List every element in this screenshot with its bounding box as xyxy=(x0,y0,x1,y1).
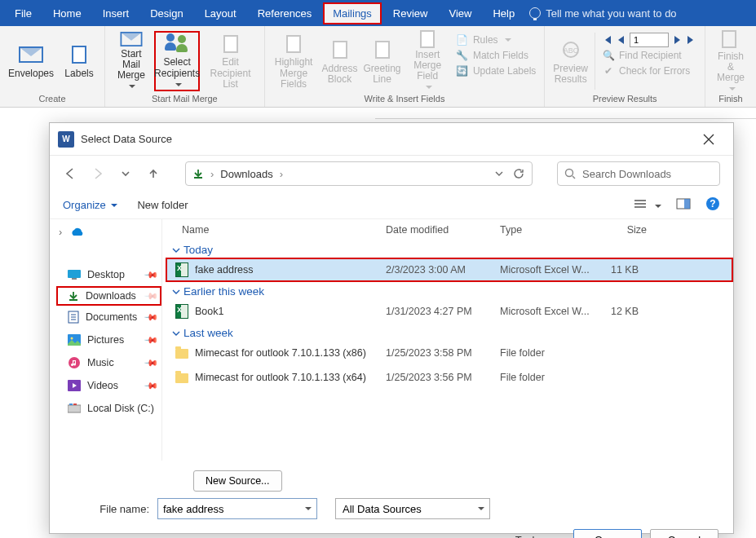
open-button[interactable]: Open xyxy=(573,529,642,538)
chevron-down-icon[interactable] xyxy=(494,169,504,179)
file-name: fake address xyxy=(195,264,254,276)
divider xyxy=(595,33,595,90)
pin-icon: 📌 xyxy=(143,288,158,303)
tab-file[interactable]: File xyxy=(5,2,42,24)
tab-references[interactable]: References xyxy=(248,2,321,24)
envelopes-label: Envelopes xyxy=(8,68,54,79)
forward-button[interactable] xyxy=(91,166,105,181)
nav-pictures[interactable]: Pictures📌 xyxy=(56,329,161,351)
col-name[interactable]: Name xyxy=(182,224,386,236)
labels-button[interactable]: Labels xyxy=(59,31,99,91)
mail-icon xyxy=(120,32,142,46)
documents-icon xyxy=(68,311,79,324)
recent-locations-dropdown[interactable] xyxy=(118,166,133,181)
prev-record-icon[interactable] xyxy=(617,35,625,45)
filter-dropdown[interactable] xyxy=(335,498,490,519)
nav-music[interactable]: Music📌 xyxy=(56,351,161,374)
select-recipients-button[interactable]: Select Recipients xyxy=(154,31,200,91)
up-button[interactable] xyxy=(146,166,161,181)
next-record-icon[interactable] xyxy=(674,35,682,45)
record-navigation xyxy=(599,33,700,47)
nav-local-disk[interactable]: Local Disk (C:) xyxy=(56,397,161,420)
dialog-toolbar: Organize New folder ? xyxy=(50,192,733,219)
check-errors-button[interactable]: ✔Check for Errors xyxy=(599,64,700,78)
insert-merge-field-button[interactable]: Insert Merge Field xyxy=(405,31,451,91)
start-mail-merge-button[interactable]: Start Mail Merge xyxy=(110,31,153,91)
address-block-button[interactable]: Address Block xyxy=(320,31,360,91)
tools-dropdown[interactable]: Tools xyxy=(515,534,554,539)
file-size: 12 KB xyxy=(598,306,639,317)
update-labels-button[interactable]: 🔄Update Labels xyxy=(453,64,539,78)
dialog-title-bar: W Select Data Source xyxy=(50,123,733,156)
svg-rect-15 xyxy=(68,405,81,412)
tab-home[interactable]: Home xyxy=(43,2,91,24)
group-lastweek[interactable]: Last week xyxy=(166,324,733,341)
nav-pictures-label: Pictures xyxy=(87,334,124,346)
music-icon xyxy=(68,356,81,369)
last-record-icon[interactable] xyxy=(687,35,696,45)
nav-videos[interactable]: Videos📌 xyxy=(56,374,161,397)
new-folder-button[interactable]: New folder xyxy=(137,199,188,211)
tab-layout[interactable]: Layout xyxy=(195,2,246,24)
match-fields-button[interactable]: 🔧Match Fields xyxy=(453,48,539,63)
nav-documents[interactable]: Documents📌 xyxy=(56,306,161,329)
tell-me-label: Tell me what you want to do xyxy=(546,7,676,20)
group-write-title: Write & Insert Fields xyxy=(365,93,445,105)
column-headers[interactable]: Name Date modified Type Size xyxy=(166,219,733,240)
file-fake-address[interactable]: fake address 2/3/2023 3:00 AM Microsoft … xyxy=(166,258,733,282)
tell-me[interactable]: Tell me what you want to do xyxy=(529,7,676,20)
file-type: File folder xyxy=(500,372,598,383)
edit-recipient-list-button[interactable]: Edit Recipient List xyxy=(201,31,259,91)
finish-merge-button[interactable]: Finish & Merge xyxy=(710,31,751,91)
nav-onedrive[interactable]: › xyxy=(50,219,161,245)
search-input[interactable]: Search Downloads xyxy=(557,161,720,186)
col-type[interactable]: Type xyxy=(500,224,598,236)
back-button[interactable] xyxy=(63,166,77,181)
file-book1[interactable]: Book1 1/31/2023 4:27 PM Microsoft Excel … xyxy=(166,299,733,324)
col-size[interactable]: Size xyxy=(598,224,647,236)
view-mode-dropdown[interactable] xyxy=(633,198,661,212)
file-mimecast-x86[interactable]: Mimecast for outlook 7.10.1.133 (x86) 1/… xyxy=(166,341,733,365)
help-button[interactable]: ? xyxy=(705,196,720,214)
highlight-merge-fields-button[interactable]: Highlight Merge Fields xyxy=(270,31,318,91)
filename-input[interactable] xyxy=(157,498,317,519)
tab-review[interactable]: Review xyxy=(383,2,438,24)
file-name: Book1 xyxy=(195,306,223,317)
new-source-button[interactable]: New Source... xyxy=(193,470,282,492)
first-record-icon[interactable] xyxy=(602,35,612,45)
download-icon xyxy=(192,168,204,179)
nav-desktop[interactable]: Desktop📌 xyxy=(56,263,161,286)
preview-results-button[interactable]: ABC Preview Results xyxy=(550,31,591,91)
col-date[interactable]: Date modified xyxy=(386,224,500,236)
tab-design[interactable]: Design xyxy=(140,2,192,24)
file-type: Microsoft Excel W... xyxy=(500,264,598,276)
group-earlier[interactable]: Earlier this week xyxy=(166,282,733,299)
group-today[interactable]: Today xyxy=(166,240,733,258)
refresh-icon[interactable] xyxy=(512,167,525,180)
envelopes-button[interactable]: Envelopes xyxy=(5,31,57,91)
pin-icon: 📌 xyxy=(143,309,158,324)
organize-dropdown[interactable]: Organize xyxy=(63,199,117,211)
tab-help[interactable]: Help xyxy=(483,2,524,24)
tab-view[interactable]: View xyxy=(439,2,481,24)
rules-icon: 📄 xyxy=(456,33,469,46)
nav-pane: › Desktop📌 Downloads📌 Documents📌 Picture… xyxy=(50,219,162,461)
rules-dropdown[interactable]: 📄Rules xyxy=(453,33,539,47)
find-recipient-button[interactable]: 🔍Find Recipient xyxy=(599,48,700,63)
file-mimecast-x64[interactable]: Mimecast for outlook 7.10.1.133 (x64) 1/… xyxy=(166,365,733,390)
highlight-icon xyxy=(286,35,301,53)
tab-mailings[interactable]: Mailings xyxy=(323,2,382,24)
svg-rect-9 xyxy=(72,278,77,280)
greeting-line-button[interactable]: Greeting Line xyxy=(362,31,403,91)
search-icon xyxy=(564,168,576,179)
breadcrumb[interactable]: › Downloads › xyxy=(185,161,533,186)
tab-insert[interactable]: Insert xyxy=(93,2,139,24)
address-label: Address Block xyxy=(322,64,358,85)
record-index-input[interactable] xyxy=(630,33,669,47)
group-create-title: Create xyxy=(39,93,66,105)
nav-downloads[interactable]: Downloads📌 xyxy=(56,286,161,306)
preview-pane-button[interactable] xyxy=(676,198,691,212)
cancel-button[interactable]: Cancel xyxy=(650,529,718,538)
people-icon xyxy=(165,33,189,55)
close-button[interactable] xyxy=(692,128,725,151)
